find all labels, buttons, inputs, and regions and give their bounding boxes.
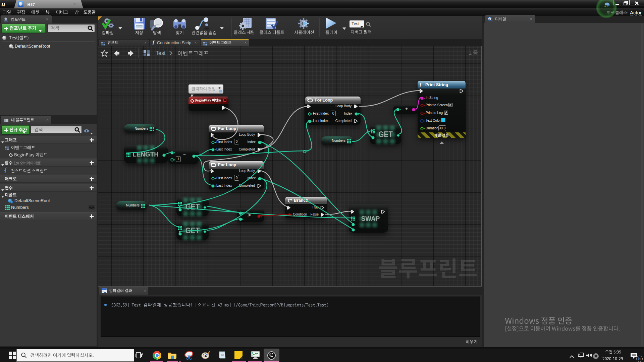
svg-text:f: f — [420, 82, 422, 87]
